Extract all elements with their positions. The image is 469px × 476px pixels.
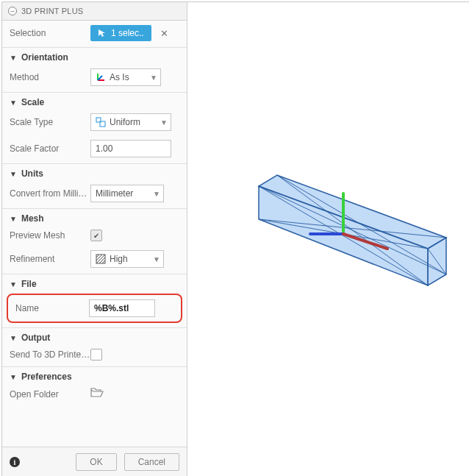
chevron-down-icon: ▼: [153, 190, 160, 198]
section-orientation[interactable]: ▼ Orientation: [2, 47, 187, 64]
send-printer-row: Send To 3D Printer ...: [2, 344, 187, 365]
units-label: Convert from Millim...: [10, 188, 90, 199]
panel-footer: i OK Cancel: [2, 447, 187, 476]
units-select[interactable]: Millimeter ▼: [90, 185, 164, 202]
refinement-row: Refinement High ▼: [2, 246, 187, 272]
app-frame: – 3D PRINT PLUS Selection 1 selec.. ✕ ▼ …: [1, 1, 469, 476]
section-file[interactable]: ▼ File: [2, 274, 187, 291]
file-name-input[interactable]: %B%.stl: [89, 299, 155, 317]
chevron-down-icon: ▼: [10, 99, 17, 107]
panel-title-bar: – 3D PRINT PLUS: [2, 2, 187, 21]
section-mesh[interactable]: ▼ Mesh: [2, 208, 187, 225]
file-name-value: %B%.stl: [94, 303, 129, 313]
scale-factor-value: 1.00: [96, 143, 112, 154]
section-scale[interactable]: ▼ Scale: [2, 92, 187, 109]
axes-icon: [96, 72, 106, 82]
selection-row: Selection 1 selec.. ✕: [2, 21, 187, 46]
scale-type-value: Uniform: [110, 117, 140, 127]
file-name-label: Name: [15, 303, 89, 313]
method-row: Method As Is ▼: [2, 64, 187, 90]
panel-title: 3D PRINT PLUS: [21, 7, 83, 15]
scene-svg: [187, 2, 469, 476]
scale-type-select[interactable]: Uniform ▼: [90, 113, 171, 131]
section-title-scale: Scale: [21, 97, 44, 107]
selection-pill[interactable]: 1 selec..: [90, 25, 151, 41]
folder-icon: [90, 388, 104, 398]
open-folder-button[interactable]: [90, 388, 104, 398]
uniform-icon: [96, 117, 106, 127]
send-printer-label: Send To 3D Printer ...: [10, 349, 90, 360]
method-select[interactable]: As Is ▼: [90, 68, 161, 86]
units-row: Convert from Millim... Millimeter ▼: [2, 180, 187, 207]
selection-control: 1 selec.. ✕: [90, 25, 179, 41]
chevron-down-icon: ▼: [153, 255, 160, 263]
open-folder-row: Open Folder: [2, 383, 187, 405]
refinement-value: High: [110, 254, 128, 264]
section-title-file: File: [21, 279, 37, 289]
selection-label: Selection: [10, 28, 90, 38]
refinement-label: Refinement: [10, 254, 90, 264]
file-name-highlight: Name %B%.stl: [7, 294, 182, 323]
clear-selection-button[interactable]: ✕: [160, 28, 168, 39]
chevron-down-icon: ▼: [160, 118, 168, 127]
scale-type-row: Scale Type Uniform ▼: [2, 109, 187, 135]
chevron-down-icon: ▼: [150, 74, 157, 82]
preview-mesh-label: Preview Mesh: [10, 230, 90, 241]
chevron-down-icon: ▼: [10, 170, 17, 178]
hatch-icon: [96, 254, 106, 264]
chevron-down-icon: ▼: [10, 280, 17, 288]
ok-button[interactable]: OK: [76, 453, 116, 471]
send-printer-checkbox[interactable]: [90, 349, 102, 360]
chevron-down-icon: ▼: [10, 334, 17, 342]
section-units[interactable]: ▼ Units: [2, 163, 187, 180]
preview-mesh-checkbox[interactable]: [90, 230, 102, 241]
section-title-preferences: Preferences: [21, 372, 72, 382]
section-title-units: Units: [21, 168, 43, 179]
viewport-3d[interactable]: [187, 2, 469, 476]
section-title-output: Output: [21, 333, 50, 343]
chevron-down-icon: ▼: [10, 215, 17, 223]
scale-factor-label: Scale Factor: [10, 143, 90, 154]
open-folder-label: Open Folder: [10, 389, 90, 399]
section-preferences[interactable]: ▼ Preferences: [2, 366, 187, 383]
method-label: Method: [10, 72, 90, 82]
properties-panel: – 3D PRINT PLUS Selection 1 selec.. ✕ ▼ …: [2, 2, 187, 476]
section-title-mesh: Mesh: [21, 213, 44, 224]
cancel-button[interactable]: Cancel: [124, 453, 179, 471]
method-value: As Is: [110, 72, 129, 82]
collapse-icon[interactable]: –: [8, 7, 17, 15]
section-title-orientation: Orientation: [21, 52, 68, 63]
section-output[interactable]: ▼ Output: [2, 327, 187, 344]
units-value: Millimeter: [96, 188, 133, 199]
refinement-select[interactable]: High ▼: [90, 250, 164, 268]
chevron-down-icon: ▼: [10, 54, 17, 62]
scale-factor-row: Scale Factor 1.00: [2, 135, 187, 162]
selection-pill-text: 1 selec..: [111, 28, 144, 38]
cursor-icon: [98, 29, 107, 38]
file-name-row: Name %B%.stl: [11, 298, 178, 319]
scale-type-label: Scale Type: [10, 117, 90, 127]
scale-factor-input[interactable]: 1.00: [90, 140, 171, 157]
preview-mesh-row: Preview Mesh: [2, 225, 187, 246]
chevron-down-icon: ▼: [10, 373, 17, 381]
info-icon[interactable]: i: [10, 457, 20, 467]
